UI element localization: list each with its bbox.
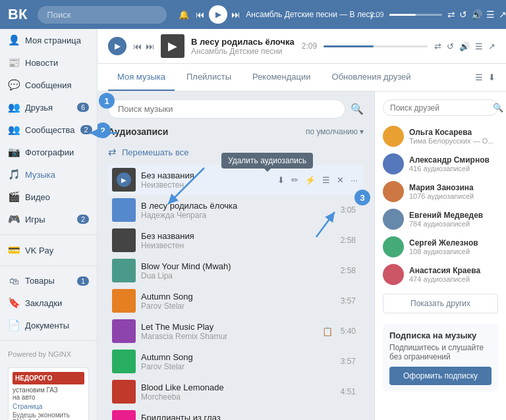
tab-recommendations[interactable]: Рекомендации [243,64,320,91]
friend-name-3: Евгений Медведев [409,211,498,220]
topbar-search-input[interactable] [38,6,167,24]
friend-item[interactable]: Александр Смирнов 416 аудиозаписей [383,150,498,178]
np-track-info: В лесу родилась ёлочка Ансамбль Детские … [191,37,295,56]
sidebar-item-video[interactable]: 🎬 Видео [0,186,97,208]
friend-tracks-1: 416 аудиозаписей [409,165,498,172]
track-item[interactable]: Autumn Song Parov Stelar 3:57 [108,286,364,316]
track-thumb-6 [112,350,136,373]
tabs-filter-button[interactable]: ☰ [475,72,483,82]
sidebar-item-music[interactable]: 🎵 Музыка [0,163,97,186]
tabs-download-button[interactable]: ⬇ [488,72,495,82]
sidebar-separator-3 [0,340,97,341]
friend-item[interactable]: Анастасия Краева 474 аудиозаписей [383,261,498,288]
sidebar-item-games[interactable]: 🎮 Игры 2 [0,208,97,230]
friend-item[interactable]: Сергей Железнов 108 аудиозаписей [383,233,498,261]
sidebar-label-vkpay: VK Pay [25,246,53,255]
track-item[interactable]: Blood Like Lemonade Morcheeba 4:51 [108,377,364,407]
sidebar-label-messages: Сообщения [25,80,72,90]
np-share-button[interactable]: ↗ [488,41,495,51]
track-artist-1: Надежда Чепрага [141,211,335,220]
sidebar-item-friends[interactable]: 👥 Друзья 6 [0,96,97,118]
track-item[interactable]: Blow Your Mind (Mwah) Dua Lipa 2:58 [108,255,364,286]
sidebar-item-my-page[interactable]: 👤 Моя страница [0,29,97,51]
tabs-actions: ☰ ⬇ [475,72,495,82]
show-more-button[interactable]: Показать других [383,294,498,313]
sort-button[interactable]: по умолчанию ▾ [306,127,364,136]
music-search-button[interactable]: 🔍 [351,103,364,115]
sub-title: Подписка на музыку [389,330,492,340]
track-add-btn[interactable]: ✏ [289,174,300,186]
friends-search-icon[interactable]: 🔍 [493,103,503,113]
player-progress-bar[interactable] [389,14,442,16]
sidebar-item-news[interactable]: 📰 Новости [0,51,97,74]
track-item[interactable]: В лесу родилась ёлочка Надежда Чепрага 3… [108,195,364,225]
tab-playlists[interactable]: Плейлисты [177,64,240,91]
track-item[interactable]: Autumn Song Parov Stelar 3:57 [108,346,364,377]
np-repeat-button[interactable]: ↺ [447,41,454,51]
np-play-button[interactable]: ▶ [108,37,126,55]
friend-info-2: Мария Занозина 1076 аудиозаписей [409,183,498,200]
np-volume-button[interactable]: 🔊 [459,41,470,51]
player-track-info: Ансамбль Детские песни — В лесу... [246,10,364,19]
shuffle-label: Перемешать все [122,147,188,157]
content-area: ▶ ⏮ ⏭ ▶ В лесу родилась ёлочка Ансамбль … [98,29,506,420]
np-shuffle-button[interactable]: ⇄ [434,41,441,51]
track-eq-btn[interactable]: ⚡ [303,174,318,186]
sidebar-item-bookmarks[interactable]: 🔖 Закладки [0,292,97,314]
track-info-6: Autumn Song Parov Stelar [141,352,335,371]
sidebar-item-vkpay[interactable]: 💳 VK Pay [0,239,97,261]
shuffle-button[interactable]: ⇄ [447,9,455,20]
np-queue-button[interactable]: ☰ [475,41,483,51]
track-item[interactable]: Бриллианты из глаз Megapolice [108,407,364,420]
np-prev-button[interactable]: ⏮ [133,41,142,51]
track-item[interactable]: Let The Music Play Marascia Remix Shamur… [108,316,364,346]
track-info-5: Let The Music Play Marascia Remix Shamur [141,322,317,341]
bookmarks-icon: 🔖 [8,297,20,309]
sidebar-item-photos[interactable]: 📷 Фотографии [0,141,97,163]
track-item[interactable]: Без названия Неизвестен 2:58 [108,225,364,255]
share-button[interactable]: ↗ [499,9,506,20]
track-download-btn[interactable]: ⬇ [275,174,287,186]
messages-icon: 💬 [8,79,20,91]
prev-button[interactable]: ⏮ [196,9,205,20]
friend-name-5: Анастасия Краева [409,266,498,275]
track-playlist-btn[interactable]: ☰ [320,174,332,186]
sidebar-item-market[interactable]: 🛍 Товары 1 [0,270,97,292]
tab-my-music[interactable]: Моя музыка [108,64,175,91]
track-play-btn-0[interactable]: ▶ [117,172,131,187]
next-button[interactable]: ⏭ [231,9,240,20]
friend-avatar-3 [383,209,404,230]
track-more-btn[interactable]: ··· [349,174,360,186]
friend-item[interactable]: Евгений Медведев 784 аудиозаписей [383,205,498,233]
sidebar-separator-2 [0,265,97,266]
track-delete-btn[interactable]: ✕ Удалить аудиозапись [335,174,346,186]
section-header: 2 Аудиозаписи по умолчанию ▾ [108,126,364,137]
friend-item[interactable]: Ольга Косарева Тима Белорусских — О... [383,122,498,150]
np-extra-controls: ⇄ ↺ 🔊 ☰ ↗ [434,41,495,51]
repeat-button[interactable]: ↺ [459,9,467,20]
queue-button[interactable]: ☰ [486,9,495,20]
subscribe-button[interactable]: Оформить подписку [389,367,492,385]
np-progress-bar[interactable] [323,45,428,47]
music-search-input[interactable] [108,99,345,118]
np-next-button[interactable]: ⏭ [146,41,154,51]
sidebar-label-communities: Сообщества [25,125,75,135]
volume-button[interactable]: 🔊 [471,9,482,20]
sidebar-item-docs[interactable]: 📄 Документы [0,314,97,336]
ad-link[interactable]: Страница [13,403,84,410]
sidebar-item-communities[interactable]: 👥 Сообщества 2 [0,118,97,141]
shuffle-row[interactable]: ⇄ Перемешать все [108,142,364,162]
sidebar-ad-box[interactable]: НЕДОРОГО установим ГАЗна авто Страница Б… [8,367,89,420]
sidebar-item-messages[interactable]: 💬 Сообщения [0,74,97,96]
track-thumb-5 [112,319,136,343]
friends-search-input[interactable] [390,103,489,113]
bell-icon[interactable]: 🔔 [179,10,189,20]
player-progress-fill [389,14,416,16]
np-progress-fill [323,45,374,47]
track-item[interactable]: ▶ Без названия Неизвестен ⬇ ✏ ⚡ ☰ ✕ Удал… [108,165,364,195]
tab-friends-updates[interactable]: Обновления друзей [323,64,420,91]
friends-badge: 6 [77,103,89,112]
play-pause-button[interactable]: ▶ [209,5,227,24]
friend-item[interactable]: Мария Занозина 1076 аудиозаписей [383,178,498,205]
sort-label: по умолчанию [306,127,358,136]
